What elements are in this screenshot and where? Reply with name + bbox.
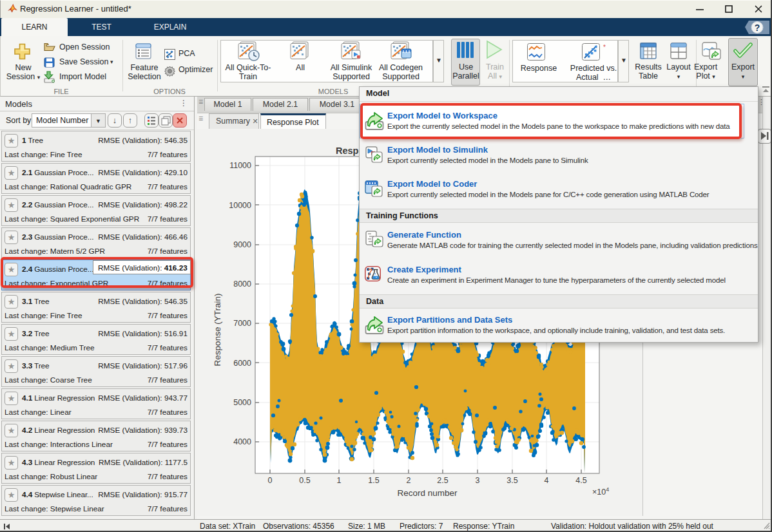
svg-text:?: ?	[755, 23, 760, 33]
svg-text:5000: 5000	[233, 398, 251, 407]
svg-text:6000: 6000	[233, 359, 251, 368]
svg-text:10000: 10000	[229, 201, 251, 210]
svg-text:0: 0	[268, 476, 273, 485]
svg-text:11000: 11000	[229, 161, 251, 170]
svg-text:×104: ×104	[592, 486, 609, 497]
svg-text:1: 1	[337, 476, 342, 485]
svg-text:Response (YTrain): Response (YTrain)	[213, 294, 222, 366]
svg-text:4000: 4000	[233, 437, 251, 446]
svg-text:3.5: 3.5	[507, 476, 517, 485]
svg-text:4.5: 4.5	[575, 476, 586, 485]
svg-text:9000: 9000	[233, 240, 251, 249]
svg-text:0.5: 0.5	[299, 476, 310, 485]
svg-text:Record number: Record number	[397, 488, 458, 498]
svg-text:2: 2	[407, 476, 411, 485]
svg-text:8000: 8000	[233, 280, 251, 289]
svg-text:*: *	[603, 44, 606, 51]
svg-text:7000: 7000	[233, 319, 251, 328]
svg-text:3: 3	[476, 476, 480, 485]
svg-text:2.5: 2.5	[437, 476, 448, 485]
svg-text:1.5: 1.5	[368, 476, 379, 485]
svg-text:4: 4	[545, 476, 549, 485]
